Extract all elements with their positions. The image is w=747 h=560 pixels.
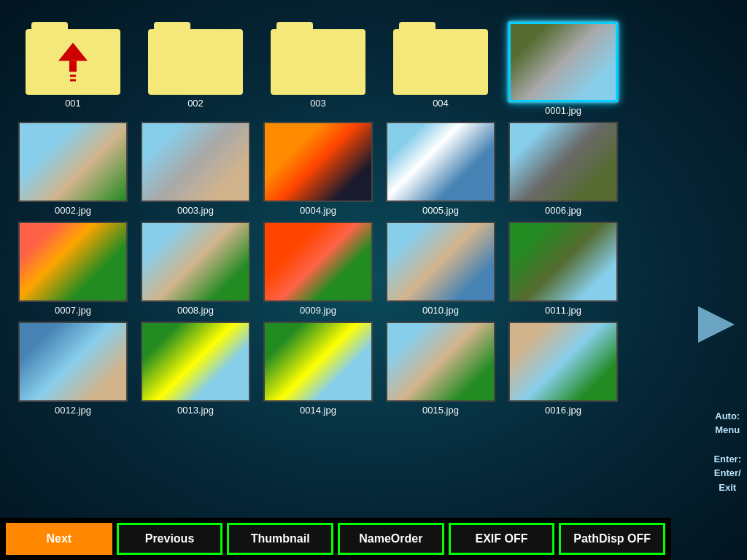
thumb-0016-label: 0016.jpg — [545, 405, 581, 416]
thumb-0005-label: 0005.jpg — [422, 205, 459, 216]
thumb-0006[interactable]: 0006.jpg — [505, 122, 622, 216]
thumb-0015-label: 0015.jpg — [422, 405, 459, 416]
thumb-0008[interactable]: 0008.jpg — [137, 222, 254, 316]
thumb-0009-label: 0009.jpg — [300, 305, 336, 316]
previous-button[interactable]: Previous — [117, 523, 223, 555]
thumbnail-button[interactable]: Thumbnail — [227, 523, 333, 555]
thumb-0010[interactable]: 0010.jpg — [382, 222, 499, 316]
thumb-0016[interactable]: 0016.jpg — [505, 322, 622, 416]
thumb-0002-label: 0002.jpg — [55, 205, 91, 216]
thumb-0014[interactable]: 0014.jpg — [260, 322, 376, 416]
thumb-0003-label: 0003.jpg — [177, 205, 214, 216]
thumb-0007-label: 0007.jpg — [55, 305, 91, 316]
thumb-0009[interactable]: 0009.jpg — [260, 222, 376, 316]
folder-003-label: 003 — [310, 98, 326, 109]
thumb-0014-label: 0014.jpg — [300, 405, 336, 416]
folder-003-item[interactable]: 003 — [260, 22, 376, 116]
side-hints: Auto: Menu Enter: Enter/ Exit — [713, 409, 741, 495]
thumb-0006-label: 0006.jpg — [545, 205, 581, 216]
thumb-0002[interactable]: 0002.jpg — [15, 122, 131, 216]
right-arrow-icon — [698, 306, 735, 343]
thumb-0015[interactable]: 0015.jpg — [382, 322, 499, 416]
thumb-0011[interactable]: 0011.jpg — [505, 222, 622, 316]
thumb-0012-label: 0012.jpg — [55, 405, 91, 416]
pathdisp-button[interactable]: PathDisp OFF — [559, 523, 665, 555]
thumb-0004[interactable]: 0004.jpg — [260, 122, 376, 216]
thumb-0007[interactable]: 0007.jpg — [15, 222, 131, 316]
nameorder-button[interactable]: NameOrder — [338, 523, 444, 555]
folder-002-label: 002 — [187, 98, 204, 109]
folder-up-item[interactable]: 001 — [15, 22, 131, 116]
thumbnail-grid: 001 002 003 004 0001.jpg 0002.jpg — [0, 0, 627, 423]
thumb-0005[interactable]: 0005.jpg — [382, 122, 499, 216]
thumb-0013-label: 0013.jpg — [177, 405, 214, 416]
thumb-0001[interactable]: 0001.jpg — [505, 22, 622, 116]
folder-004-label: 004 — [433, 98, 449, 109]
thumb-0012[interactable]: 0012.jpg — [15, 322, 131, 416]
bottom-toolbar: Next Previous Thumbnail NameOrder EXIF O… — [0, 518, 671, 560]
next-button[interactable]: Next — [6, 523, 112, 555]
next-page-arrow[interactable] — [694, 306, 738, 343]
folder-004-item[interactable]: 004 — [382, 22, 499, 116]
enter-hint: Enter: Enter/ Exit — [713, 452, 741, 495]
thumb-0008-label: 0008.jpg — [177, 305, 214, 316]
thumb-0003[interactable]: 0003.jpg — [137, 122, 254, 216]
thumb-0001-label: 0001.jpg — [545, 105, 581, 116]
auto-hint: Auto: Menu — [713, 409, 741, 438]
thumb-0013[interactable]: 0013.jpg — [137, 322, 254, 416]
thumb-0011-label: 0011.jpg — [545, 305, 581, 316]
folder-up-label: 001 — [65, 98, 81, 109]
thumb-0004-label: 0004.jpg — [300, 205, 336, 216]
exif-button[interactable]: EXIF OFF — [449, 523, 555, 555]
thumb-0010-label: 0010.jpg — [422, 305, 459, 316]
folder-002-item[interactable]: 002 — [137, 22, 254, 116]
